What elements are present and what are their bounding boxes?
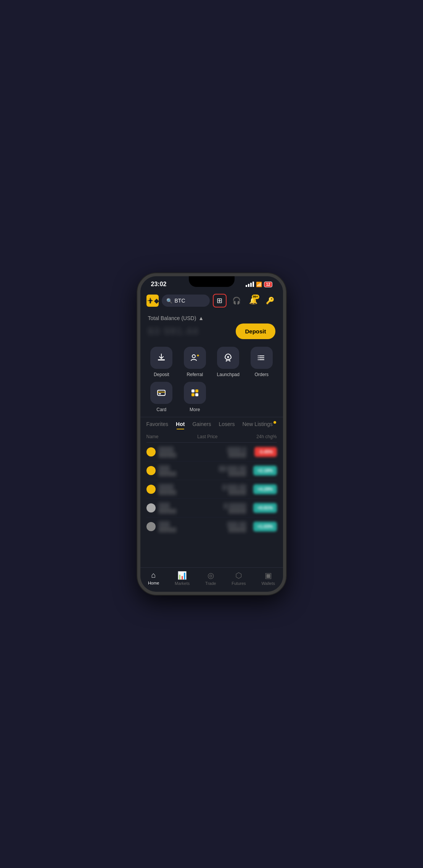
col-change-header: 24h chg% bbox=[256, 434, 277, 439]
change-col-2: +2.18% bbox=[246, 466, 277, 476]
deposit-icon-box bbox=[150, 347, 172, 369]
balance-section: Total Balance (USD) ▲ $3 591.44 Deposit bbox=[140, 311, 283, 342]
market-row-4[interactable]: ███ ██████ █.█████ ██████ +0.91% bbox=[146, 499, 277, 517]
price-sub-2: ██████ bbox=[196, 471, 246, 476]
search-bar[interactable]: 🔍 BTC bbox=[162, 295, 210, 307]
market-row-2[interactable]: ███ ██████ ██,███.██ ██████ +2.18% bbox=[146, 461, 277, 480]
coin-sub-3: ██████ bbox=[159, 490, 196, 495]
price-val-2: ██,███.██ bbox=[196, 466, 246, 471]
orders-icon bbox=[256, 352, 267, 363]
price-sub-1: ██████ bbox=[196, 453, 246, 457]
nav-wallets[interactable]: ▣ Wallets bbox=[261, 571, 275, 586]
tab-gainers[interactable]: Gainers bbox=[192, 421, 211, 429]
referral-icon-box bbox=[184, 347, 206, 369]
coin-dot-5 bbox=[146, 522, 156, 531]
price-col-3: █,███.██ ██████ bbox=[196, 484, 246, 495]
futures-icon: ⬡ bbox=[235, 571, 242, 580]
price-val-1: ████.█ bbox=[196, 447, 246, 453]
notification-badge: 99+ bbox=[252, 295, 259, 299]
price-sub-4: ██████ bbox=[196, 509, 246, 513]
svg-rect-19 bbox=[195, 389, 198, 392]
tab-hot[interactable]: Hot bbox=[176, 421, 185, 429]
svg-rect-17 bbox=[159, 393, 161, 394]
scan-button[interactable]: ⊞ bbox=[213, 294, 227, 307]
coin-name-col-5: ███ ██████ bbox=[159, 521, 196, 532]
coin-sym-5: ███ bbox=[159, 521, 196, 527]
table-header: Name Last Price 24h chg% bbox=[146, 432, 277, 443]
tab-favorites[interactable]: Favorites bbox=[146, 421, 169, 429]
action-grid-row1: Deposit Referral bbox=[140, 342, 283, 380]
price-val-3: █,███.██ bbox=[196, 484, 246, 490]
coin-dot-2 bbox=[146, 466, 156, 475]
svg-rect-18 bbox=[191, 389, 195, 392]
action-deposit[interactable]: Deposit bbox=[146, 347, 177, 377]
bar1 bbox=[246, 285, 247, 287]
change-col-4: +0.91% bbox=[246, 503, 277, 513]
coin-sym-1: ████ bbox=[159, 447, 196, 453]
change-badge-1: -3.45% bbox=[254, 447, 277, 457]
svg-rect-15 bbox=[158, 390, 165, 396]
nav-futures[interactable]: ⬡ Futures bbox=[232, 571, 246, 586]
search-text: BTC bbox=[175, 298, 185, 304]
home-icon: ⌂ bbox=[151, 571, 156, 580]
bar2 bbox=[248, 284, 249, 287]
coin-info-3: ████ ██████ bbox=[146, 484, 196, 495]
price-val-5: ███.██ bbox=[196, 522, 246, 527]
price-col-1: ████.█ ██████ bbox=[196, 447, 246, 457]
nav-home-label: Home bbox=[148, 581, 159, 585]
coin-dot-4 bbox=[146, 503, 156, 512]
action-orders[interactable]: Orders bbox=[246, 347, 277, 377]
action-referral[interactable]: Referral bbox=[180, 347, 210, 377]
coin-name-col-3: ████ ██████ bbox=[159, 484, 196, 495]
phone-inner: 23:02 📶 12 bbox=[140, 276, 283, 592]
tab-losers[interactable]: Losers bbox=[219, 421, 235, 429]
change-badge-3: +4.29% bbox=[253, 484, 277, 494]
nav-trade-label: Trade bbox=[205, 581, 216, 586]
market-row-1[interactable]: ████ ██████ ████.█ ██████ -3.45% bbox=[146, 443, 277, 461]
market-row-3[interactable]: ████ ██████ █,███.██ ██████ +4.29% bbox=[146, 480, 277, 499]
coin-name-col-4: ███ ██████ bbox=[159, 503, 196, 513]
balance-toggle-icon[interactable]: ▲ bbox=[198, 315, 204, 321]
search-icon: 🔍 bbox=[166, 298, 172, 304]
coin-sym-4: ███ bbox=[159, 503, 196, 509]
tab-new-listings[interactable]: New Listings bbox=[242, 421, 276, 429]
nav-markets[interactable]: 📊 Markets bbox=[175, 571, 190, 586]
notification-button[interactable]: 🔔 99+ bbox=[246, 294, 260, 307]
action-more[interactable]: More bbox=[180, 382, 210, 412]
change-col-3: +4.29% bbox=[246, 484, 277, 494]
bottom-spacer bbox=[140, 536, 283, 562]
referral-label: Referral bbox=[187, 372, 203, 377]
header: ◆ ◆ 🔍 BTC ⊞ 🎧 🔔 99+ bbox=[140, 291, 283, 311]
nav-trade[interactable]: ◎ Trade bbox=[205, 571, 216, 586]
market-table: Name Last Price 24h chg% ████ ██████ bbox=[140, 432, 283, 536]
action-card[interactable]: Card bbox=[146, 382, 177, 412]
binance-logo[interactable]: ◆ ◆ bbox=[146, 295, 159, 307]
svg-text:◆: ◆ bbox=[148, 298, 152, 303]
coin-sym-3: ████ bbox=[159, 484, 196, 490]
coin-name-col-1: ████ ██████ bbox=[159, 447, 196, 457]
svg-rect-21 bbox=[195, 393, 198, 396]
svg-marker-4 bbox=[152, 300, 153, 301]
deposit-icon bbox=[156, 352, 167, 363]
col-price-header: Last Price bbox=[197, 434, 217, 439]
content-scroll: 23:02 📶 12 bbox=[140, 276, 283, 569]
coin-info-2: ███ ██████ bbox=[146, 465, 196, 476]
deposit-button[interactable]: Deposit bbox=[236, 323, 275, 339]
svg-point-7 bbox=[192, 355, 195, 358]
market-row-5[interactable]: ███ ██████ ███.██ ██████ +1.03% bbox=[146, 517, 277, 536]
headset-button[interactable]: 🎧 bbox=[230, 294, 243, 307]
nav-home[interactable]: ⌂ Home bbox=[148, 571, 159, 586]
price-col-4: █.█████ ██████ bbox=[196, 503, 246, 513]
coin-dot-3 bbox=[146, 485, 156, 494]
coin-info-1: ████ ██████ bbox=[146, 447, 196, 457]
card-icon-box bbox=[150, 382, 172, 404]
action-launchpad[interactable]: Launchpad bbox=[213, 347, 244, 377]
key-icon: 🔑 bbox=[266, 296, 274, 305]
balance-label: Total Balance (USD) ▲ bbox=[148, 315, 275, 321]
card-label: Card bbox=[156, 407, 166, 412]
balance-amount: $3 591.44 bbox=[148, 325, 199, 337]
bottom-nav: ⌂ Home 📊 Markets ◎ Trade ⬡ Futures ▣ Wal… bbox=[140, 567, 283, 592]
change-col-1: -3.45% bbox=[246, 447, 277, 457]
phone-frame: 23:02 📶 12 bbox=[137, 273, 286, 595]
profile-button[interactable]: 🔑 bbox=[263, 294, 277, 307]
